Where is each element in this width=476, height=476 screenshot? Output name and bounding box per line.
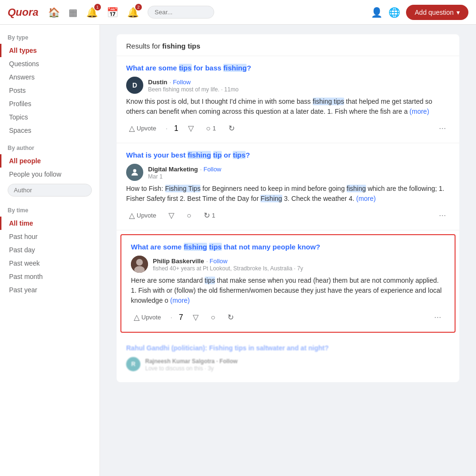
svg-point-2 bbox=[136, 259, 143, 266]
avatar-1: D bbox=[126, 77, 143, 94]
results-header: Results for fishing tips bbox=[117, 34, 459, 56]
answer-meta-3: Philip Baskerville · Follow fished 40+ y… bbox=[131, 256, 445, 273]
comment-icon-1: ○ bbox=[206, 124, 211, 133]
sidebar-item-spaces[interactable]: Spaces bbox=[0, 124, 99, 137]
downvote-icon-2: ▽ bbox=[169, 211, 174, 220]
more-link-3[interactable]: (more) bbox=[170, 297, 190, 304]
sidebar-item-profiles[interactable]: Profiles bbox=[0, 97, 99, 110]
grid-icon[interactable]: ▦ bbox=[69, 7, 78, 18]
search-query: fishing tips bbox=[162, 42, 200, 50]
sidebar-item-all-time[interactable]: All time bbox=[0, 217, 99, 230]
author-sub-1: Been fishing most of my life. · 11mo bbox=[148, 86, 238, 93]
sidebar-item-posts[interactable]: Posts bbox=[0, 84, 99, 97]
author-sub-2: Mar 1 bbox=[148, 173, 221, 180]
by-time-label: By time bbox=[0, 205, 99, 217]
downvote-icon-1: ▽ bbox=[188, 124, 194, 133]
upvote-button-3[interactable]: △ Upvote bbox=[131, 311, 164, 324]
comment-icon-3: ○ bbox=[211, 313, 216, 322]
follow-button-1[interactable]: Follow bbox=[173, 79, 191, 86]
svg-point-0 bbox=[133, 169, 137, 172]
comment-button-2[interactable]: ○ bbox=[184, 209, 194, 222]
sidebar-item-past-day[interactable]: Past day bbox=[0, 243, 99, 257]
upvote-icon-1: △ bbox=[129, 124, 135, 133]
chevron-down-icon: ▾ bbox=[456, 9, 460, 16]
result-item-1: What are some tips for bass fishing? D D… bbox=[117, 56, 459, 143]
sidebar-item-questions[interactable]: Questions bbox=[0, 57, 99, 70]
more-options-2[interactable]: ··· bbox=[435, 208, 450, 222]
more-options-1[interactable]: ··· bbox=[435, 121, 450, 135]
result-item-3: What are some fishing tips that not many… bbox=[120, 234, 456, 333]
header: Quora 🏠 ▦ 🔔 1 📅 🔔 2 👤 🌐 Add question ▾ bbox=[0, 0, 476, 25]
author-name-3: Philip Baskerville bbox=[153, 258, 204, 265]
share-button-1[interactable]: ↻ bbox=[226, 122, 238, 135]
upvote-button-1[interactable]: △ Upvote bbox=[126, 122, 159, 135]
action-row-3: △ Upvote · 7 ▽ ○ ↻ ··· bbox=[131, 310, 445, 324]
globe-icon[interactable]: 🌐 bbox=[388, 7, 400, 18]
author-name-2: Digital Marketing bbox=[148, 166, 198, 173]
author-name-1: Dustin bbox=[148, 79, 167, 86]
blurred-author: Rajneesh Kumar Salgotra · Follow bbox=[145, 358, 238, 365]
author-search-input[interactable] bbox=[8, 184, 92, 197]
blurred-avatar: R bbox=[126, 357, 140, 371]
upvote-count-3: 7 bbox=[179, 313, 183, 322]
upvote-button-2[interactable]: △ Upvote bbox=[126, 209, 159, 222]
share-icon-2: ↻ bbox=[204, 211, 210, 220]
sidebar-item-all-people[interactable]: All people bbox=[0, 154, 99, 168]
result-item-2: What is your best fishing tip or tips? D… bbox=[117, 143, 459, 230]
answer-text-1: Know this post is old, but I thought I'd… bbox=[126, 97, 450, 117]
question-title-2[interactable]: What is your best fishing tip or tips? bbox=[126, 151, 450, 159]
notification-badge: 1 bbox=[94, 4, 101, 10]
blurred-result: Rahul Gandhi (politician): Fishing tips … bbox=[117, 337, 459, 382]
add-question-button[interactable]: Add question ▾ bbox=[406, 5, 468, 20]
answer-text-3: Here are some standard tips that make se… bbox=[131, 276, 445, 306]
sidebar-item-past-week[interactable]: Past week bbox=[0, 257, 99, 270]
sidebar-item-people-you-follow[interactable]: People you follow bbox=[0, 168, 99, 181]
share-button-2[interactable]: ↻ 1 bbox=[201, 209, 218, 222]
header-nav: 🏠 ▦ 🔔 1 📅 🔔 2 bbox=[48, 6, 371, 19]
sidebar-item-all-types[interactable]: All types bbox=[0, 44, 99, 57]
downvote-button-1[interactable]: ▽ bbox=[185, 122, 197, 135]
question-title-3[interactable]: What are some fishing tips that not many… bbox=[131, 243, 445, 251]
avatar-2 bbox=[126, 164, 143, 181]
result-wrapper-2: What is your best fishing tip or tips? D… bbox=[117, 143, 459, 230]
sidebar-item-past-month[interactable]: Past month bbox=[0, 270, 99, 283]
answer-meta-2: Digital Marketing · Follow Mar 1 bbox=[126, 164, 450, 181]
author-sub-3: fished 40+ years at Pt Lookout, Stradbro… bbox=[153, 265, 303, 272]
notification-icon[interactable]: 🔔 1 bbox=[86, 7, 98, 18]
results-panel: Results for fishing tips What are some t… bbox=[117, 34, 459, 382]
comment-button-3[interactable]: ○ bbox=[208, 311, 218, 324]
quora-logo: Quora bbox=[8, 6, 39, 19]
calendar-icon[interactable]: 📅 bbox=[107, 7, 119, 18]
more-options-3[interactable]: ··· bbox=[430, 310, 445, 324]
more-link-2[interactable]: (more) bbox=[356, 195, 376, 202]
by-type-label: By type bbox=[0, 32, 99, 44]
content-area: Results for fishing tips What are some t… bbox=[100, 25, 476, 476]
downvote-button-3[interactable]: ▽ bbox=[190, 311, 201, 324]
blurred-meta: R Rajneesh Kumar Salgotra · Follow Love … bbox=[126, 357, 450, 372]
downvote-icon-3: ▽ bbox=[193, 313, 198, 322]
comment-button-1[interactable]: ○ 1 bbox=[203, 122, 219, 135]
follow-button-2[interactable]: Follow bbox=[203, 166, 221, 173]
downvote-button-2[interactable]: ▽ bbox=[166, 209, 177, 222]
search-input[interactable] bbox=[148, 6, 214, 19]
sidebar-item-topics[interactable]: Topics bbox=[0, 110, 99, 124]
question-title-1[interactable]: What are some tips for bass fishing? bbox=[126, 64, 450, 72]
upvote-icon-3: △ bbox=[134, 313, 139, 322]
sidebar-item-past-hour[interactable]: Past hour bbox=[0, 230, 99, 243]
answer-text-2: How to Fish: Fishing Tips for Beginners … bbox=[126, 184, 450, 204]
sidebar: By type All types Questions Answers Post… bbox=[0, 25, 100, 476]
user-avatar[interactable]: 👤 bbox=[371, 7, 383, 18]
sidebar-item-past-year[interactable]: Past year bbox=[0, 283, 99, 297]
bell-badge: 2 bbox=[135, 4, 142, 10]
sidebar-by-type: By type All types Questions Answers Post… bbox=[0, 32, 99, 137]
share-button-3[interactable]: ↻ bbox=[225, 311, 237, 324]
home-icon[interactable]: 🏠 bbox=[48, 7, 60, 18]
bell-icon[interactable]: 🔔 2 bbox=[127, 7, 139, 18]
sidebar-by-author: By author All people People you follow bbox=[0, 143, 99, 199]
more-link-1[interactable]: (more) bbox=[409, 108, 429, 115]
avatar-3 bbox=[131, 256, 148, 273]
sidebar-item-answers[interactable]: Answers bbox=[0, 70, 99, 84]
upvote-count-1: 1 bbox=[174, 124, 178, 133]
follow-button-3[interactable]: Follow bbox=[209, 258, 228, 265]
header-right: 👤 🌐 Add question ▾ bbox=[371, 5, 468, 20]
